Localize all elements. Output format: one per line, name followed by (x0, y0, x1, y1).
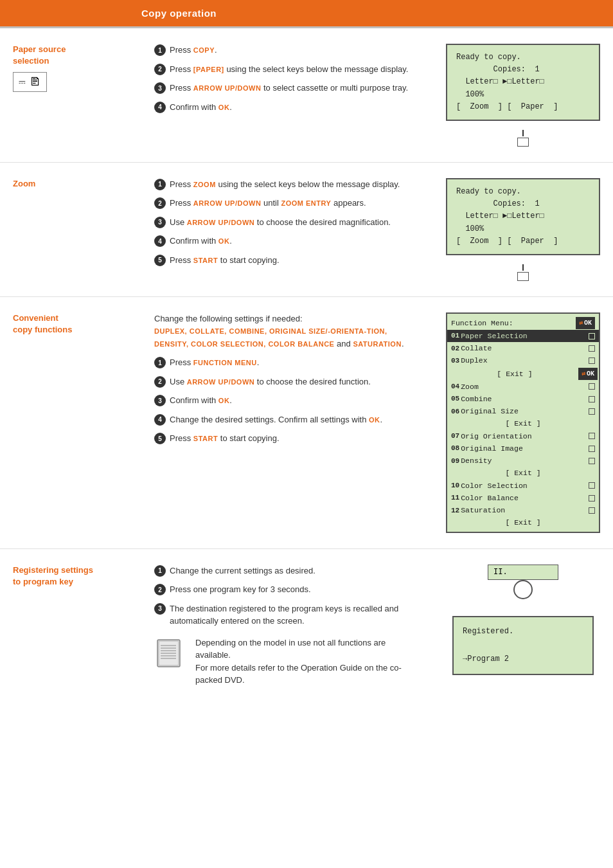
menu-label-11: Color Balance (461, 493, 519, 503)
zoom-step-3: 3 Use ARROW UP/DOWN to choose the desire… (154, 216, 420, 229)
lcd-cursor-1 (517, 130, 529, 147)
paper-tray-icon: ⎓ (19, 75, 26, 89)
menu-item-02: 02 Collate (447, 342, 599, 354)
menu-item-04: 04 Zoom (447, 381, 599, 393)
step-text-3: Press ARROW UP/DOWN to select cassette o… (170, 82, 408, 95)
conv-intro: Change the following settings if needed:… (154, 312, 420, 350)
conv-step-text-2: Use ARROW UP/DOWN to choose the desired … (170, 375, 371, 388)
ok-arrow-icon: ⇄ (579, 318, 583, 328)
exit-row-4: [ Exit ] (447, 516, 599, 529)
note-text-1: Depending on the model in use not all fu… (195, 638, 386, 660)
header-title: Copy operation (141, 8, 217, 19)
zoom-step-4: 4 Confirm with OK. (154, 235, 420, 248)
convenient-middle: Change the following settings if needed:… (141, 312, 433, 533)
menu-item-07: 07 Orig Orientation (447, 430, 599, 442)
step-1: 1 Press COPY. (154, 44, 420, 57)
zoom-middle: 1 Press ZOOM using the select keys below… (141, 178, 433, 281)
menu-label-12: Saturation (461, 505, 505, 516)
step-4: 4 Confirm with OK. (154, 101, 420, 114)
step-text-2: Press [PAPER] using the select keys belo… (170, 63, 408, 76)
exit-label-2: [ Exit ] (451, 418, 595, 429)
zoom-step-text-2: Press ARROW UP/DOWN until ZOOM ENTRY app… (170, 197, 366, 210)
prog-key-circle (513, 580, 533, 599)
menu-item-06: 06 Original Size (447, 405, 599, 417)
menu-num-08: 08 (451, 443, 459, 454)
checkbox-04 (589, 383, 595, 390)
conv-step-5: 5 Press START to start copying. (154, 432, 420, 445)
menu-num-01: 01 (451, 330, 459, 341)
ok-arrow2: ⇄ (582, 369, 585, 379)
step-num-2: 2 (154, 64, 166, 75)
conv-step-text-5: Press START to start copying. (170, 432, 280, 445)
menu-item-05: 05 Combine (447, 393, 599, 405)
menu-num-06: 06 (451, 406, 459, 417)
registered-display: Registered. →Program 2 (452, 616, 594, 676)
zoom-step-num-2: 2 (154, 197, 166, 209)
zoom-step-text-4: Confirm with OK. (170, 235, 232, 248)
exit-row-1: [ Exit ] ⇄OK (447, 367, 599, 381)
key-ok-conv4: OK (369, 416, 380, 424)
menu-num-11: 11 (451, 493, 459, 503)
lcd-cursor-2 (517, 264, 529, 281)
menu-num-04: 04 (451, 381, 459, 392)
key-zoom-entry: ZOOM ENTRY (281, 199, 331, 207)
paper-stack-icon: 🖹 (30, 75, 41, 89)
reg-step-num-3: 3 (154, 603, 166, 615)
checkbox-07 (589, 433, 595, 439)
conv-step-text-1: Press FUNCTION MENU. (170, 356, 259, 369)
checkbox-02 (589, 345, 595, 352)
menu-label-06: Original Size (461, 406, 519, 417)
zoom-step-1: 1 Press ZOOM using the select keys below… (154, 178, 420, 191)
menu-label-05: Combine (461, 393, 492, 404)
menu-label-03: Duplex (461, 355, 487, 366)
registering-section: Registering settingsto program key 1 Cha… (0, 549, 613, 702)
key-copy: COPY (193, 46, 215, 54)
menu-label-07: Orig Orientation (461, 431, 531, 442)
conv-step-2: 2 Use ARROW UP/DOWN to choose the desire… (154, 375, 420, 388)
menu-num-09: 09 (451, 456, 459, 467)
zoom-section: Zoom 1 Press ZOOM using the select keys … (0, 163, 613, 297)
zoom-step-text-5: Press START to start copying. (170, 254, 280, 267)
conv-step-num-4: 4 (154, 414, 166, 426)
step-num-4: 4 (154, 102, 166, 113)
menu-num-12: 12 (451, 505, 459, 516)
lcd-display-1: Ready to copy. Copies: 1 Letter□ ►□Lette… (446, 44, 600, 121)
key-ok-1: OK (218, 104, 230, 111)
key-ok-zoom: OK (218, 237, 230, 245)
step-num-3: 3 (154, 82, 166, 94)
page-header: Copy operation (0, 0, 613, 26)
menu-num-03: 03 (451, 356, 459, 366)
key-ok-conv3: OK (218, 397, 230, 404)
exit-label-3: [ Exit ] (451, 467, 595, 478)
convenient-left: Convenientcopy functions (0, 312, 141, 533)
registering-right: II. Registered. →Program 2 (433, 565, 613, 687)
zoom-step-text-1: Press ZOOM using the select keys below t… (170, 178, 400, 191)
key-start-conv: START (193, 435, 218, 442)
reg-step-1: 1 Change the current settings as desired… (154, 565, 420, 577)
zoom-step-num-1: 1 (154, 179, 166, 190)
prog-key-label: II. (493, 568, 508, 577)
zoom-step-num-3: 3 (154, 217, 166, 228)
checkbox-12 (589, 507, 595, 514)
reg-step-text-3: The destination registered to the progra… (170, 602, 420, 628)
manual-note: Depending on the model in use not all fu… (154, 637, 420, 687)
page: Copy operation Paper sourceselection ⎓ 🖹… (0, 0, 613, 868)
registering-title: Registering settingsto program key (13, 565, 93, 588)
zoom-step-2: 2 Press ARROW UP/DOWN until ZOOM ENTRY a… (154, 197, 420, 210)
registering-left: Registering settingsto program key (0, 565, 141, 687)
convenient-title: Convenientcopy functions (13, 312, 72, 336)
manual-note-text: Depending on the model in use not all fu… (195, 637, 420, 687)
prog-key-screen: II. (488, 565, 558, 580)
step-num-1: 1 (154, 44, 166, 56)
conv-step-1: 1 Press FUNCTION MENU. (154, 356, 420, 369)
paper-icon: ⎓ 🖹 (13, 72, 47, 92)
conv-step-num-2: 2 (154, 376, 166, 388)
manual-book-icon (154, 637, 186, 669)
step-3: 3 Press ARROW UP/DOWN to select cassette… (154, 82, 420, 95)
menu-item-10: 10 Color Selection (447, 480, 599, 492)
exit-row-2: [ Exit ] (447, 417, 599, 429)
reg-step-2: 2 Press one program key for 3 seconds. (154, 583, 420, 596)
note-text-2: For more details refer to the Operation … (195, 663, 402, 685)
step-2: 2 Press [PAPER] using the select keys be… (154, 63, 420, 76)
func-menu-container: Function Menu: ⇄OK 01 Paper Selection 02 (446, 312, 600, 533)
